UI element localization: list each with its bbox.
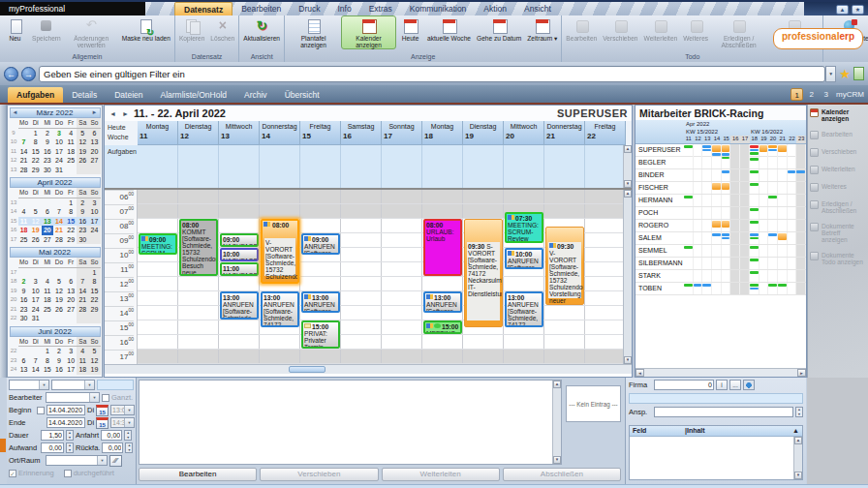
mini-day-cell[interactable]: 8: [42, 356, 53, 366]
mini-day-cell[interactable]: 25: [18, 235, 30, 245]
tab-dateien[interactable]: Dateien: [106, 87, 151, 103]
tab-übersicht[interactable]: Übersicht: [276, 87, 328, 103]
ribbon-button-änderungen-verwerfen[interactable]: Änderungen verwerfen: [64, 15, 119, 49]
mini-day-cell[interactable]: 2: [42, 129, 53, 138]
mini-day-cell[interactable]: 7: [53, 207, 65, 217]
day-header-18[interactable]: Montag18: [422, 121, 463, 145]
ribbon-button-verschieben[interactable]: Verschieben: [600, 15, 640, 43]
mini-day-cell[interactable]: 1: [30, 129, 42, 138]
mini-day-cell[interactable]: 16: [77, 217, 88, 227]
weiterleiten-button[interactable]: Weiterleiten: [382, 468, 500, 481]
day-header-12[interactable]: Dienstag12: [178, 121, 219, 145]
side-tab-1[interactable]: 1: [790, 88, 803, 101]
scroll-left-icon[interactable]: ◄: [636, 369, 644, 377]
beginn-time-input[interactable]: [111, 406, 134, 414]
forward-icon[interactable]: →: [21, 67, 36, 81]
mini-day-cell[interactable]: 19: [53, 295, 65, 305]
calendar-hscrollbar[interactable]: [105, 364, 632, 374]
sort-icon[interactable]: ▲: [790, 426, 802, 436]
mini-day-cell[interactable]: 20: [88, 147, 100, 157]
dauer-input[interactable]: [41, 430, 64, 441]
mini-day-cell[interactable]: 18: [18, 226, 30, 235]
mini-day-cell[interactable]: 16: [18, 295, 30, 305]
prev-month-icon[interactable]: ◄: [13, 108, 18, 117]
sidebar-item-bearbeiten[interactable]: Bearbeiten: [810, 131, 866, 139]
staff-row-stark[interactable]: STARK: [636, 270, 806, 283]
mini-day-cell[interactable]: 7: [18, 137, 30, 147]
allday-scrollbar[interactable]: ▲ ▼: [623, 145, 632, 188]
ribbon-button-neu[interactable]: Neu: [1, 15, 29, 43]
mini-day-cell[interactable]: 18: [42, 295, 53, 305]
mini-day-cell[interactable]: 27: [42, 235, 53, 245]
mini-day-cell[interactable]: 21: [53, 226, 65, 235]
event-meeting[interactable]: 07:30 MEETING: SCRUM-Review OK:1 X:0 ?:3: [505, 212, 543, 244]
mini-day-cell[interactable]: 28: [77, 305, 88, 315]
mini-day-cell[interactable]: 4: [65, 129, 77, 138]
sidebar-item-dokumente-betreff-anzeigen[interactable]: Dokumente Betreff anzeigen: [810, 223, 866, 243]
aufwand-input[interactable]: [41, 442, 64, 453]
staff-row-poch[interactable]: POCH: [636, 207, 806, 220]
firma-browse-button[interactable]: ...: [729, 380, 741, 390]
mini-day-cell[interactable]: 30: [18, 314, 30, 323]
beginn-calendar-icon[interactable]: 15: [96, 405, 108, 416]
sidebar-item-kalender-anzeigen[interactable]: Kalender anzeigen: [810, 108, 866, 122]
mini-day-cell[interactable]: 16: [53, 365, 65, 375]
day-header-19[interactable]: Dienstag19: [463, 121, 504, 145]
mini-day-cell[interactable]: 13: [42, 217, 53, 227]
mini-day-cell[interactable]: 28: [18, 166, 30, 175]
mini-day-cell[interactable]: 10: [30, 287, 42, 296]
mini-day-cell[interactable]: 20: [42, 226, 53, 235]
day-header-15[interactable]: Freitag15: [300, 121, 341, 145]
mini-day-cell[interactable]: 10: [65, 356, 77, 366]
mini-day-cell[interactable]: 23: [18, 305, 30, 315]
calendar-next-icon[interactable]: ►: [121, 110, 130, 117]
event-urlaub[interactable]: 08:00 URLAUB: Urlaub: [423, 219, 462, 276]
mini-day-cell[interactable]: 22: [88, 295, 100, 305]
day-header-17[interactable]: Sonntag17: [382, 121, 422, 145]
mini-day-cell[interactable]: 20: [65, 295, 77, 305]
ribbon-tab-datensatz[interactable]: Datensatz: [174, 2, 232, 15]
mini-day-cell[interactable]: 2: [77, 198, 88, 208]
ansp-stepper[interactable]: ▲▼: [795, 407, 803, 417]
staff-row-hermann[interactable]: HERMANN: [636, 195, 806, 207]
firma-search-icon[interactable]: [743, 380, 755, 390]
mini-day-cell[interactable]: 10: [88, 207, 100, 217]
anfahrt-input[interactable]: [101, 430, 122, 441]
ribbon-button-plantafel-anzeigen[interactable]: Plantafel anzeigen: [286, 15, 341, 49]
mini-day-cell[interactable]: 6: [42, 207, 53, 217]
sidebar-item-erledigen-abschließen[interactable]: Erledigen / Abschließen: [810, 200, 866, 214]
anfahrt-stepper[interactable]: ▲▼: [124, 430, 132, 441]
sidebar-item-weiteres[interactable]: Weiteres: [810, 183, 866, 192]
event-anrufen[interactable]: 13:00 ANRUFEN [Software-Schmiede.: [423, 291, 462, 313]
ribbon-button-maske-neu-laden[interactable]: Maske neu laden: [119, 15, 173, 43]
event-anrufen[interactable]: 10:00 ANRUFEN [Software-Schmiede,: [505, 248, 543, 269]
mini-day-cell[interactable]: 26: [30, 235, 42, 245]
mini-day-cell[interactable]: 19: [88, 365, 100, 375]
scroll-down-icon[interactable]: ▼: [794, 472, 802, 479]
ribbon-button-erledigen-abschließen[interactable]: Erledigen / Abschließen: [711, 15, 766, 49]
scroll-up-icon[interactable]: ▲: [624, 190, 632, 198]
mini-day-cell[interactable]: 24: [53, 156, 65, 166]
filter2-select[interactable]: [51, 380, 95, 390]
mini-day-cell[interactable]: 1: [65, 198, 77, 208]
filter-input[interactable]: [39, 66, 825, 82]
mini-day-cell[interactable]: 15: [42, 365, 53, 375]
bearbeiten-button[interactable]: Bearbeiten: [139, 468, 257, 481]
mini-day-cell[interactable]: 7: [77, 277, 88, 287]
erinnerung-checkbox[interactable]: ✓: [9, 470, 16, 477]
mini-day-cell[interactable]: 5: [88, 347, 100, 356]
mini-day-cell[interactable]: 5: [53, 277, 65, 287]
event-anrufen[interactable]: 13:00 ANRUFEN [Software-Schmiede, 74172 …: [261, 291, 299, 327]
event-v-vorort[interactable]: 08:00V-VORORT [Software-Schmiede, 15732 …: [261, 219, 299, 284]
mini-day-cell[interactable]: 5: [30, 207, 42, 217]
mini-day-cell[interactable]: 14: [53, 217, 65, 227]
ribbon-tab-info[interactable]: Info: [328, 2, 359, 15]
mini-day-cell[interactable]: 8: [65, 207, 77, 217]
staff-hscrollbar[interactable]: ◄ ►: [636, 368, 806, 377]
mini-day-cell[interactable]: 13: [18, 365, 30, 375]
event-meeting[interactable]: 15:00 MEETING: Wochen: [423, 320, 462, 334]
mini-day-cell[interactable]: 9: [53, 356, 65, 366]
mini-day-cell[interactable]: 15: [88, 287, 100, 296]
mini-day-cell[interactable]: 17: [53, 147, 65, 157]
staff-row-binder[interactable]: BINDER: [636, 169, 806, 182]
